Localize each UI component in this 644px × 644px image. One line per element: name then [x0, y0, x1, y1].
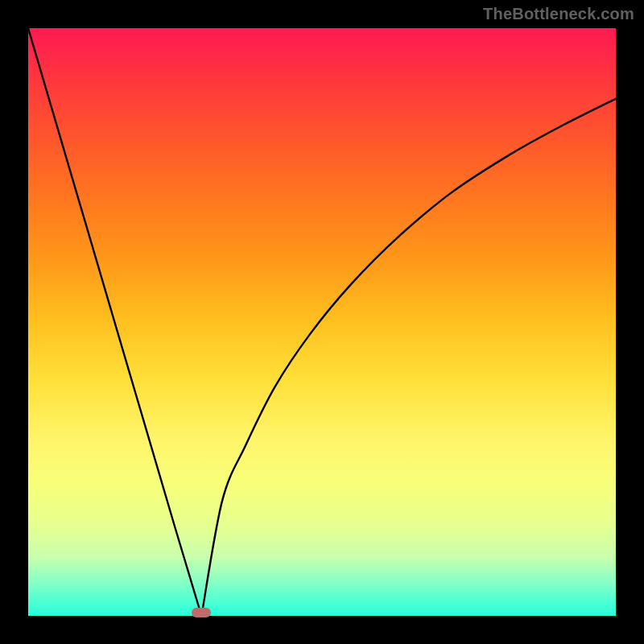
watermark-text: TheBottleneck.com	[483, 5, 634, 23]
curve-left-branch	[28, 28, 201, 616]
plot-area	[28, 28, 616, 616]
curve-svg	[28, 28, 616, 616]
minimum-marker	[192, 608, 211, 617]
chart-frame: TheBottleneck.com	[0, 0, 644, 644]
curve-right-branch	[201, 99, 616, 616]
